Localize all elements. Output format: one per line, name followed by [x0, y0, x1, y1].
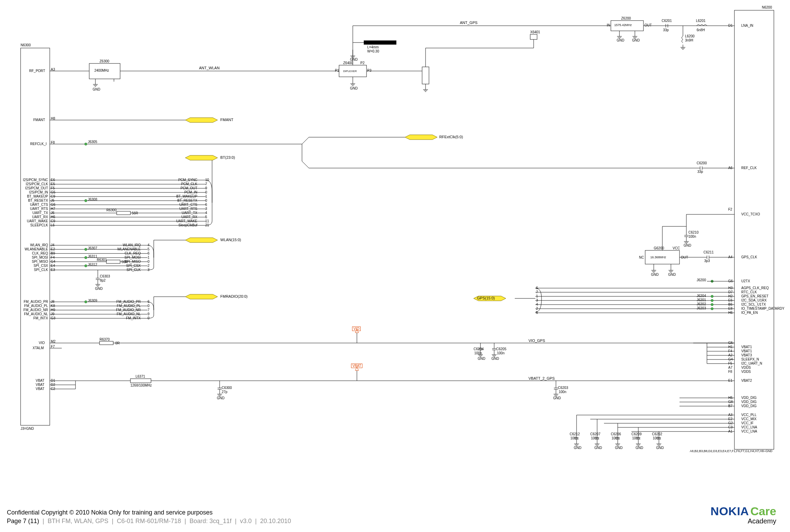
wlan-name-0: WLAN_IRQ	[19, 243, 48, 247]
val-c6212: 100n	[570, 436, 578, 440]
bt-name-7: UART_RTS	[19, 207, 48, 211]
bt-pin-3: G5	[51, 190, 55, 194]
gnd-z6200a: GND	[617, 38, 624, 42]
brand-logo: NOKIACare Academy	[710, 505, 776, 525]
svg-rect-96	[130, 379, 151, 383]
bt-pin-10: C9	[51, 219, 55, 223]
bt-pin-6: G6	[51, 203, 55, 206]
flag-vio: VIO	[352, 327, 361, 331]
fm-name-1: FM_AUDIO_PL	[19, 304, 48, 308]
wlan-pin-4: G4	[51, 260, 55, 263]
wlan-num-3: 1	[148, 256, 150, 259]
bt-far-11: SleepClkBuf	[156, 223, 197, 227]
wlan-pin-1: E2	[51, 247, 55, 251]
gpsbus-pin-2: H2	[728, 294, 733, 298]
bt-far-0: PCM_SYNC	[156, 178, 197, 182]
bt-far-7: UART_RTS	[156, 207, 197, 211]
net-j3-gnd: J3=GND	[21, 427, 34, 430]
port-vio-pin: M2	[51, 340, 56, 343]
bt-num-1: 7	[205, 182, 207, 186]
vcc-pin-1: E2	[728, 417, 732, 421]
vbat-name-1: VBAT	[36, 383, 44, 387]
fm-num-1: 0	[148, 304, 150, 308]
footer-ver: v3.0	[240, 518, 252, 524]
ref-c6303: C6303	[100, 274, 110, 278]
svg-rect-11	[734, 10, 774, 449]
port-a3: A3	[51, 68, 55, 71]
net-vbatt2: VBATT_2_GPS	[528, 376, 555, 380]
bt-far-4: BT_WAKEUP	[156, 194, 197, 198]
ref-z6300: Z6300	[100, 59, 109, 63]
tp-j6307: J6307	[88, 246, 97, 250]
gpsbus-num-1: 7	[536, 290, 538, 294]
ant-note-w: W=0.30	[367, 49, 379, 53]
gpsbus-pin-0: H3	[728, 286, 733, 290]
fm-far-4: FM_INTX	[100, 316, 141, 320]
ref-g6200: G6200	[654, 246, 664, 250]
val-c6200: 33p	[697, 170, 703, 174]
tp-j6204: J6204	[697, 294, 706, 298]
tp-j6203: J6203	[697, 306, 706, 310]
val-z6400: DIPLEXER	[343, 70, 357, 73]
bt-num-5: 0	[205, 199, 207, 202]
gnd-g6200a: GND	[651, 273, 659, 276]
pin-refclk: REF_CLK	[741, 166, 757, 170]
port-xtalm: XTALM	[33, 346, 44, 350]
ref-x6401: X6401	[530, 30, 540, 34]
vbatgrp-pin-3: A2	[728, 353, 732, 357]
gpsbus-name-4: I2C_SCL_U1TX	[741, 303, 766, 306]
fm-far-3: FM_AUDIO_NL	[100, 312, 141, 316]
vdd-name-1: VDD_DIG	[741, 400, 756, 404]
vbatgrp-pin-0: G5	[728, 341, 733, 345]
gnd-c6206: GND	[615, 446, 623, 450]
bt-far-9: UART_RX	[156, 215, 197, 219]
bt-far-10: UART_WAKE	[156, 219, 197, 223]
bt-far-5: BT_RESETX	[156, 199, 197, 202]
fm-far-0: FM_AUDIO_PR	[100, 300, 141, 304]
gpsbus-name-3: I2C_SDA_U1RX	[741, 298, 767, 302]
pin-vbat2: VBAT2	[741, 379, 752, 382]
vcc-name-1: VCC_MIX	[741, 417, 756, 421]
val-c6210: 100n	[688, 235, 696, 238]
fm-far-1: FM_AUDIO_PL	[100, 304, 141, 308]
wlan-name-6: SPI_CLK	[19, 268, 48, 272]
wlan-num-0: 4	[148, 243, 150, 247]
net-ant-wlan: ANT_WLAN	[199, 66, 220, 70]
val-z6200: 1575.42MHz	[614, 23, 632, 27]
pin-lna-d1: D1	[728, 24, 733, 27]
val-r6300: 56R	[132, 211, 138, 215]
footer-copyright: Confidential Copyright © 2010 Nokia Only…	[7, 509, 213, 516]
vbat-name-2: VBAT	[36, 387, 44, 391]
gnd-c6204: GND	[478, 357, 485, 360]
vdd-pin-0: H5	[728, 396, 733, 400]
wlan-num-6: 3	[148, 268, 150, 272]
bt-name-5: BT_RESETX	[19, 199, 48, 202]
vbatgrp-pin-6: A7	[728, 366, 732, 369]
bt-num-3: 0	[205, 190, 207, 194]
fm-num-0: 6	[148, 300, 150, 304]
g6200-vcc: VCC	[673, 246, 680, 250]
fm-num-4: 0	[148, 316, 150, 320]
bt-pin-1: E5	[51, 182, 55, 186]
tp-j6312: J6312	[88, 263, 97, 267]
ref-c6210: C6210	[688, 230, 698, 234]
vbatgrp-name-4: SLEEPX_N	[741, 357, 759, 361]
pin-refclk-a6: A6	[728, 166, 732, 170]
bt-name-8: UART_TX	[19, 211, 48, 215]
gnd-c6300: GND	[217, 396, 224, 400]
bt-pin-7: H7	[51, 207, 55, 211]
gnd-c6210: GND	[684, 244, 691, 247]
footer-date: 20.10.2010	[260, 518, 291, 524]
pin-gps-clk: GPS_CLK	[741, 255, 757, 259]
wlan-num-5: 2	[148, 264, 150, 268]
fm-pin-2: H9	[51, 308, 55, 312]
vbatgrp-pin-2: F4	[728, 349, 732, 353]
vcc-name-0: VCC_PLL	[741, 413, 756, 417]
vcc-pin-0: A3	[728, 413, 732, 417]
val-c6207: 100n	[591, 436, 599, 440]
bt-num-11: 21	[205, 223, 209, 227]
wlan-far-6: SPI_CLK	[100, 268, 141, 272]
pin-vcc-tcxo-f2: F2	[728, 208, 732, 211]
bt-far-1: PCM_CLK	[156, 182, 197, 186]
bt-far-6: UART_CTS	[156, 203, 197, 206]
